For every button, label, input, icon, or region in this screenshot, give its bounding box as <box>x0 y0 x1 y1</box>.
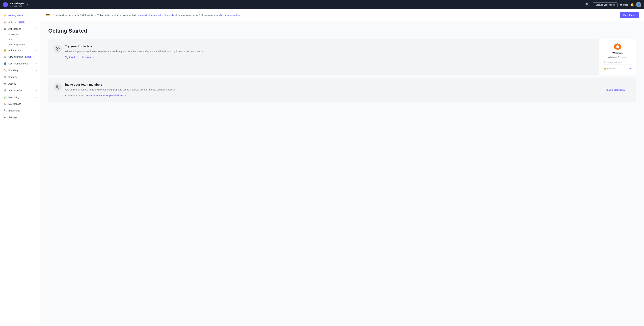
try-it-out-link[interactable]: Try it out → <box>65 56 78 59</box>
sidebar-item-monitoring[interactable]: 📊 Monitoring › <box>0 94 40 101</box>
chevron-right-6-icon: › <box>36 89 37 92</box>
sidebar-item-user-management[interactable]: 👤 User Management › <box>0 60 40 67</box>
sidebar-item-organizations[interactable]: 🏢 Organizations NEW <box>0 54 40 60</box>
sidebar-item-settings[interactable]: ⚙ Settings <box>0 114 40 121</box>
sidebar-label-user-management: User Management <box>8 62 28 65</box>
shield-check-icon <box>616 45 619 48</box>
welcome-label: Welcome <box>612 52 623 54</box>
book-icon: 📖 <box>620 4 622 6</box>
sidebar-label-applications: Applications <box>8 28 21 30</box>
sidebar-label-marketplace: Marketplace <box>8 103 21 105</box>
applications-submenu: Applications APIs SSO Integrations <box>0 32 40 47</box>
page-content: Getting Started Try your Login box With … <box>40 21 644 112</box>
avatar-icon: 👤 <box>637 3 640 6</box>
main-content: 💳 Thank you for signing up for Auth0! Yo… <box>40 10 644 326</box>
email-preview-field: ✉ user@email.com <box>602 60 633 65</box>
chevron-right-icon: › <box>36 49 37 51</box>
chevron-right-5-icon: › <box>36 83 37 85</box>
lock-icon: 🔐 <box>3 49 7 52</box>
search-button[interactable]: 🔍 <box>584 2 591 8</box>
settings-icon: ⚙ <box>3 116 7 119</box>
tenant-admin-permissions-link[interactable]: Tenant Administrator permissions ↗ <box>85 94 126 97</box>
play-button-icon <box>54 45 62 53</box>
login-box-content: Try your Login box With Auth0 your authe… <box>65 45 594 59</box>
login-box-title: Try your Login box <box>65 45 594 48</box>
sidebar-subitem-sso[interactable]: SSO Integrations <box>8 42 40 47</box>
security-icon: 🛡 <box>3 75 7 79</box>
tenant-name: dev-5tf99p7c <box>10 2 24 5</box>
login-box-card-body: Try your Login box With Auth0 your authe… <box>48 39 599 75</box>
invite-team-description: Add additional admins to help with your … <box>65 88 596 92</box>
email-icon: ✉ <box>604 61 606 63</box>
trial-banner: 💳 Thank you for signing up for Auth0! Yo… <box>40 10 644 21</box>
organizations-icon: 🏢 <box>3 55 7 59</box>
sidebar-label-authentication: Authentication <box>8 49 23 52</box>
user-avatar[interactable]: 👤 <box>636 2 641 8</box>
notifications-button[interactable]: 🔔 <box>630 3 634 7</box>
invite-team-title: Invite your team members <box>65 83 596 87</box>
tenant-switcher[interactable]: dev-5tf99p7c Development <box>10 2 24 7</box>
sidebar-label-activity: Activity <box>8 21 16 24</box>
activity-icon: 📈 <box>3 21 7 24</box>
view-plans-button[interactable]: View Plans <box>620 12 639 18</box>
sidebar-item-auth-pipeline[interactable]: 🔗 Auth Pipeline › <box>0 87 40 94</box>
invite-members-link[interactable]: Invite Members → <box>606 89 630 91</box>
invite-team-card-body: Invite your team members Add additional … <box>48 78 601 102</box>
sidebar-item-security[interactable]: 🛡 Security › <box>0 74 40 80</box>
billing-link[interactable]: billing information here <box>218 14 240 16</box>
applications-icon: 🖥 <box>3 27 7 31</box>
sidebar-label-auth-pipeline: Auth Pipeline <box>8 89 22 92</box>
password-preview-field: 🔒 Password 👁 <box>602 66 633 71</box>
sidebar-item-branding[interactable]: ✏️ Branding › <box>0 67 40 74</box>
chevron-down-icon: ▾ <box>36 28 37 30</box>
top-navigation: dev-5tf99p7c Development ▼ 🔍 Discuss you… <box>0 0 644 10</box>
login-subtitle: Log in to Auth0 to continue <box>606 56 628 58</box>
first-badge: FIRST <box>18 21 25 24</box>
sidebar-item-extensions[interactable]: 🔧 Extensions <box>0 107 40 114</box>
logo-area <box>3 2 8 8</box>
sidebar: ⚡ Getting Started 📈 Activity FIRST 🖥 App… <box>0 10 40 326</box>
app-layout: ⚡ Getting Started 📈 Activity FIRST 🖥 App… <box>0 10 644 326</box>
sidebar-subitem-apis[interactable]: APIs <box>8 37 40 42</box>
branding-icon: ✏️ <box>3 69 7 72</box>
play-svg-icon <box>56 47 60 51</box>
page-title: Getting Started <box>48 28 636 34</box>
user-management-icon: 👤 <box>3 62 7 65</box>
sidebar-label-organizations: Organizations <box>8 56 23 58</box>
sidebar-item-getting-started[interactable]: ⚡ Getting Started <box>0 12 40 19</box>
sidebar-item-actions[interactable]: ⚙ Actions › <box>0 80 40 87</box>
discuss-needs-button[interactable]: Discuss your needs <box>593 2 618 7</box>
docs-button[interactable]: 📖 Docs <box>620 4 628 6</box>
chevron-right-2-icon: › <box>36 63 37 65</box>
tenant-chevron-icon[interactable]: ▼ <box>26 4 28 6</box>
invite-team-card: Invite your team members Add additional … <box>48 78 636 102</box>
login-box-actions: Try it out → Customize → <box>65 56 594 59</box>
chevron-right-4-icon: › <box>36 76 37 78</box>
sidebar-item-applications[interactable]: 🖥 Applications ▾ <box>0 26 40 32</box>
monitoring-icon: 📊 <box>3 96 7 99</box>
starter-plan-link[interactable]: features that are not in the Starter pla… <box>138 14 175 16</box>
lock-preview-icon: 🔒 <box>604 67 606 70</box>
sidebar-label-extensions: Extensions <box>8 109 20 112</box>
user-plus-svg-icon <box>56 85 60 89</box>
svg-point-2 <box>56 85 58 87</box>
chevron-right-7-icon: › <box>36 96 37 98</box>
invite-team-content: Invite your team members Add additional … <box>65 83 596 97</box>
sidebar-subitem-applications[interactable]: Applications <box>8 32 40 37</box>
sidebar-item-activity[interactable]: 📈 Activity FIRST <box>0 19 40 26</box>
info-icon: ℹ <box>65 94 66 97</box>
credit-card-icon: 💳 <box>46 13 50 17</box>
customize-link[interactable]: Customize → <box>82 56 97 59</box>
sidebar-label-branding: Branding <box>8 69 18 72</box>
sidebar-item-marketplace[interactable]: 🏪 Marketplace <box>0 101 40 107</box>
invite-members-action: Invite Members → <box>601 78 636 102</box>
eye-icon: 👁 <box>630 67 632 70</box>
sidebar-item-authentication[interactable]: 🔐 Authentication › <box>0 47 40 54</box>
pipeline-icon: 🔗 <box>3 89 7 92</box>
chevron-right-3-icon: › <box>36 69 37 72</box>
sidebar-label-security: Security <box>8 76 17 78</box>
login-box-card: Try your Login box With Auth0 your authe… <box>48 39 636 75</box>
auth0-brand-shield-icon <box>614 43 621 50</box>
tenant-env: Development <box>10 5 24 7</box>
extensions-icon: 🔧 <box>3 109 7 112</box>
